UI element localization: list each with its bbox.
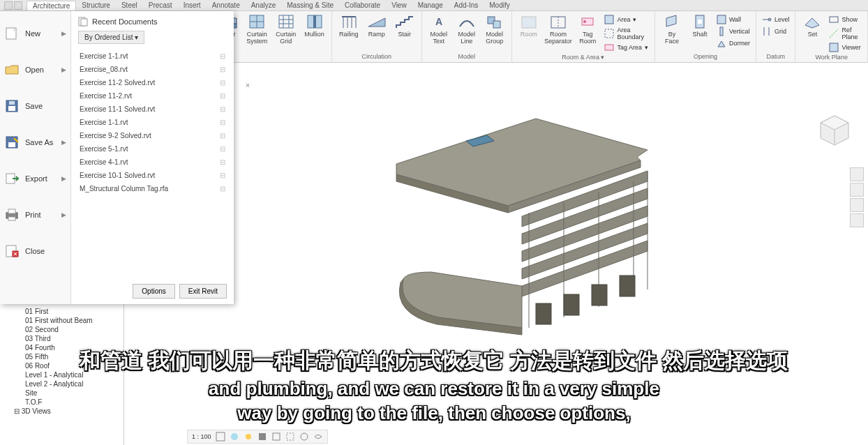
- browser-node[interactable]: 05 Fifth: [0, 352, 124, 361]
- recent-doc[interactable]: Exercise 11-2.rvt⊟: [78, 89, 227, 103]
- tab-view[interactable]: View: [386, 1, 412, 10]
- reveal-hidden-icon[interactable]: [313, 432, 323, 442]
- browser-node[interactable]: 01 First: [0, 307, 124, 316]
- pin-icon[interactable]: ⊟: [220, 52, 225, 60]
- model-text-button[interactable]: A Model Text: [426, 13, 451, 46]
- mullion-button[interactable]: Mullion: [301, 13, 327, 39]
- tab-insert[interactable]: Insert: [178, 1, 207, 10]
- nav-pan-icon[interactable]: [850, 183, 864, 197]
- browser-node[interactable]: 04 Fourth: [0, 343, 124, 352]
- shaft-button[interactable]: Shaft: [687, 13, 712, 39]
- visual-style-icon[interactable]: [230, 432, 239, 442]
- pin-icon[interactable]: ⊟: [220, 119, 225, 126]
- browser-node[interactable]: Level 1 - Analytical: [0, 370, 124, 379]
- file-export[interactable]: Export▶: [0, 160, 70, 197]
- ordered-list-dropdown[interactable]: By Ordered List ▾: [78, 31, 144, 44]
- recent-doc[interactable]: Exercise 11-1 Solved.rvt⊟: [78, 103, 227, 116]
- viewer-button[interactable]: Viewer: [828, 42, 863, 53]
- hide-isolate-icon[interactable]: [299, 432, 309, 442]
- stair-button[interactable]: Stair: [392, 13, 417, 39]
- tab-steel[interactable]: Steel: [116, 1, 143, 10]
- browser-node[interactable]: T.O.F: [0, 398, 124, 407]
- recent-doc[interactable]: Exercise 4-1.rvt⊟: [78, 156, 227, 169]
- sun-path-icon[interactable]: [244, 432, 253, 442]
- recent-doc[interactable]: Exercise 5-1.rvt⊟: [78, 142, 227, 156]
- crop-region-icon[interactable]: [285, 432, 295, 442]
- area-boundary-button[interactable]: Area Boundary: [603, 26, 650, 41]
- crop-icon[interactable]: [271, 432, 281, 442]
- nav-wheel-icon[interactable]: [850, 167, 864, 181]
- file-new[interactable]: New▶: [0, 15, 70, 52]
- tag-area-button[interactable]: Tag Area ▾: [603, 42, 650, 53]
- tab-addins[interactable]: Add-Ins: [449, 1, 484, 10]
- tab-modify[interactable]: Modify: [484, 1, 515, 10]
- recent-doc[interactable]: Exercise 1-1.rvt⊟: [78, 50, 227, 63]
- recent-doc[interactable]: M_Structural Column Tag.rfa⊟: [78, 182, 227, 195]
- pin-icon[interactable]: ⊟: [220, 158, 225, 166]
- grid-button[interactable]: Grid: [761, 26, 791, 37]
- tab-annotate[interactable]: Annotate: [207, 1, 246, 10]
- tab-architecture[interactable]: Architecture: [27, 1, 76, 10]
- tab-analyze[interactable]: Analyze: [246, 1, 282, 10]
- curtain-system-button[interactable]: Curtain System: [244, 13, 270, 46]
- tag-room-button[interactable]: Tag Room: [575, 13, 600, 46]
- recent-doc[interactable]: Exercise 9-2 Solved.rvt⊟: [78, 129, 227, 142]
- pin-icon[interactable]: ⊟: [220, 92, 225, 100]
- browser-node[interactable]: Site: [0, 389, 124, 398]
- viewcube[interactable]: [815, 112, 854, 151]
- pin-icon[interactable]: ⊟: [220, 132, 225, 139]
- tab-collaborate[interactable]: Collaborate: [339, 1, 386, 10]
- browser-node[interactable]: 02 Second: [0, 325, 124, 334]
- pin-icon[interactable]: ⊟: [220, 79, 225, 86]
- tab-massing-site[interactable]: Massing & Site: [281, 1, 339, 10]
- room-button[interactable]: Room: [516, 13, 541, 39]
- browser-node[interactable]: 03 Third: [0, 334, 124, 343]
- pin-icon[interactable]: ⊟: [220, 66, 225, 73]
- wall-opening-button[interactable]: Wall: [715, 14, 751, 25]
- tab-precast[interactable]: Precast: [143, 1, 178, 10]
- file-save-as[interactable]: Save As▶: [0, 124, 70, 160]
- options-button[interactable]: Options: [133, 284, 174, 299]
- file-print[interactable]: Print▶: [0, 197, 70, 233]
- browser-node[interactable]: 06 Roof: [0, 361, 124, 370]
- tab-manage[interactable]: Manage: [412, 1, 449, 10]
- scale-value[interactable]: 1 : 100: [192, 433, 211, 440]
- file-save[interactable]: Save: [0, 88, 70, 124]
- ramp-button[interactable]: Ramp: [364, 13, 389, 39]
- railing-button[interactable]: Railing: [336, 13, 361, 39]
- level-button[interactable]: Level: [761, 14, 791, 25]
- exit-revit-button[interactable]: Exit Revit: [179, 284, 227, 299]
- vertical-opening-button[interactable]: Vertical: [715, 26, 751, 37]
- pin-icon[interactable]: ⊟: [220, 145, 225, 153]
- file-close[interactable]: Close: [0, 233, 70, 269]
- pin-icon[interactable]: ⊟: [220, 185, 225, 193]
- tab-structure[interactable]: Structure: [76, 1, 116, 10]
- quick-access-icons[interactable]: [1, 1, 27, 10]
- model-group-button[interactable]: Model Group: [482, 13, 507, 46]
- browser-node[interactable]: Level 2 - Analytical: [0, 379, 124, 389]
- file-open[interactable]: Open▶: [0, 52, 70, 88]
- recent-doc[interactable]: Exercise 11-2 Solved.rvt⊟: [78, 76, 227, 89]
- set-button[interactable]: Set: [800, 13, 825, 39]
- pin-icon[interactable]: ⊟: [220, 105, 225, 113]
- detail-level-icon[interactable]: [216, 432, 225, 442]
- pin-icon[interactable]: ⊟: [220, 172, 225, 179]
- close-view-tab[interactable]: ×: [243, 81, 253, 91]
- by-face-button[interactable]: By Face: [659, 13, 684, 46]
- area-button[interactable]: Area ▾: [603, 14, 650, 25]
- model-line-button[interactable]: Model Line: [454, 13, 479, 46]
- dormer-opening-button[interactable]: Dormer: [715, 38, 751, 49]
- recent-doc[interactable]: Exercise 10-1 Solved.rvt⊟: [78, 169, 227, 182]
- nav-orbit-icon[interactable]: [850, 213, 864, 227]
- view-control-bar[interactable]: 1 : 100: [187, 430, 328, 444]
- recent-doc[interactable]: Exercise_08.rvt⊟: [78, 63, 227, 76]
- nav-zoom-icon[interactable]: [850, 198, 864, 212]
- browser-node[interactable]: 01 First without Beam: [0, 316, 124, 325]
- room-separator-button[interactable]: Room Separator: [544, 13, 573, 46]
- shadows-icon[interactable]: [257, 432, 267, 442]
- curtain-grid-button[interactable]: Curtain Grid: [273, 13, 299, 46]
- recent-doc[interactable]: Exercise 1-1.rvt⊟: [78, 116, 227, 129]
- viewport-3d[interactable]: ×: [124, 63, 868, 445]
- show-button[interactable]: Show: [828, 14, 863, 25]
- ref-plane-button[interactable]: Ref Plane: [828, 26, 863, 41]
